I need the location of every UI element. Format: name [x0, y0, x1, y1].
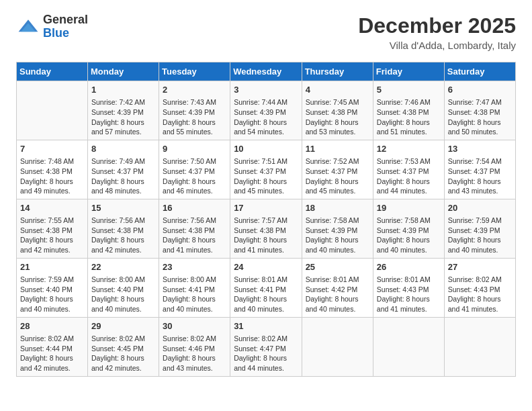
sunrise-text: Sunrise: 7:58 AM: [306, 216, 369, 226]
day-number: 26: [377, 261, 441, 273]
day-number: 23: [163, 261, 226, 273]
calendar-week-row: 21Sunrise: 7:59 AMSunset: 4:40 PMDayligh…: [17, 258, 516, 317]
calendar-cell: 11Sunrise: 7:52 AMSunset: 4:37 PMDayligh…: [302, 140, 373, 199]
sunrise-text: Sunrise: 7:42 AM: [91, 97, 155, 107]
sunrise-text: Sunrise: 7:57 AM: [234, 216, 298, 226]
daylight-text: Daylight: 8 hours and 45 minutes.: [234, 177, 298, 196]
calendar-cell: 15Sunrise: 7:56 AMSunset: 4:38 PMDayligh…: [88, 199, 159, 258]
calendar-cell: 16Sunrise: 7:56 AMSunset: 4:38 PMDayligh…: [159, 199, 230, 258]
calendar-cell: 4Sunrise: 7:45 AMSunset: 4:38 PMDaylight…: [302, 81, 373, 140]
calendar-cell: 10Sunrise: 7:51 AMSunset: 4:37 PMDayligh…: [230, 140, 302, 199]
daylight-text: Daylight: 8 hours and 41 minutes.: [377, 294, 441, 314]
day-number: 20: [448, 202, 512, 214]
calendar-cell: 28Sunrise: 8:02 AMSunset: 4:44 PMDayligh…: [17, 317, 88, 376]
sunset-text: Sunset: 4:42 PM: [306, 285, 369, 295]
daylight-text: Daylight: 8 hours and 41 minutes.: [448, 294, 512, 314]
day-number: 13: [448, 143, 512, 155]
day-number: 15: [91, 202, 155, 214]
day-info: Sunrise: 7:44 AMSunset: 4:39 PMDaylight:…: [234, 97, 298, 137]
sunset-text: Sunset: 4:38 PM: [234, 226, 298, 236]
sunrise-text: Sunrise: 8:00 AM: [91, 275, 155, 285]
calendar-cell: 1Sunrise: 7:42 AMSunset: 4:39 PMDaylight…: [88, 81, 159, 140]
day-number: 7: [20, 143, 84, 155]
sunset-text: Sunset: 4:47 PM: [234, 344, 298, 354]
daylight-text: Daylight: 8 hours and 40 minutes.: [448, 235, 512, 255]
col-header-sunday: Sunday: [17, 62, 88, 81]
day-info: Sunrise: 7:48 AMSunset: 4:38 PMDaylight:…: [20, 156, 84, 196]
daylight-text: Daylight: 8 hours and 43 minutes.: [448, 177, 512, 196]
calendar-cell: 3Sunrise: 7:44 AMSunset: 4:39 PMDaylight…: [230, 81, 302, 140]
daylight-text: Daylight: 8 hours and 50 minutes.: [448, 118, 512, 137]
sunrise-text: Sunrise: 7:56 AM: [163, 216, 226, 226]
daylight-text: Daylight: 8 hours and 55 minutes.: [163, 118, 226, 137]
col-header-friday: Friday: [373, 62, 444, 81]
daylight-text: Daylight: 8 hours and 48 minutes.: [91, 177, 155, 196]
day-number: 29: [91, 320, 155, 332]
sunrise-text: Sunrise: 7:47 AM: [448, 97, 512, 107]
sunrise-text: Sunrise: 7:51 AM: [234, 156, 298, 167]
calendar-cell: 13Sunrise: 7:54 AMSunset: 4:37 PMDayligh…: [444, 140, 515, 199]
calendar-week-row: 28Sunrise: 8:02 AMSunset: 4:44 PMDayligh…: [17, 317, 516, 376]
sunset-text: Sunset: 4:37 PM: [377, 167, 441, 177]
calendar-week-row: 7Sunrise: 7:48 AMSunset: 4:38 PMDaylight…: [17, 140, 516, 199]
daylight-text: Daylight: 8 hours and 49 minutes.: [20, 177, 84, 196]
daylight-text: Daylight: 8 hours and 41 minutes.: [163, 235, 226, 255]
day-info: Sunrise: 7:58 AMSunset: 4:39 PMDaylight:…: [377, 216, 441, 255]
sunset-text: Sunset: 4:37 PM: [234, 167, 298, 177]
calendar-cell: [444, 317, 515, 376]
day-info: Sunrise: 7:57 AMSunset: 4:38 PMDaylight:…: [234, 216, 298, 255]
day-number: 19: [377, 202, 441, 214]
daylight-text: Daylight: 8 hours and 44 minutes.: [234, 353, 298, 373]
col-header-thursday: Thursday: [302, 62, 373, 81]
day-info: Sunrise: 8:02 AMSunset: 4:43 PMDaylight:…: [448, 275, 512, 314]
sunset-text: Sunset: 4:46 PM: [163, 344, 226, 354]
col-header-saturday: Saturday: [444, 62, 515, 81]
calendar-cell: 14Sunrise: 7:55 AMSunset: 4:38 PMDayligh…: [17, 199, 88, 258]
logo-icon: [16, 15, 40, 39]
sunrise-text: Sunrise: 8:01 AM: [377, 275, 441, 285]
calendar-cell: 17Sunrise: 7:57 AMSunset: 4:38 PMDayligh…: [230, 199, 302, 258]
daylight-text: Daylight: 8 hours and 40 minutes.: [377, 235, 441, 255]
col-header-wednesday: Wednesday: [230, 62, 302, 81]
day-number: 31: [234, 320, 298, 332]
sunset-text: Sunset: 4:37 PM: [448, 167, 512, 177]
sunrise-text: Sunrise: 7:59 AM: [448, 216, 512, 226]
sunrise-text: Sunrise: 8:00 AM: [163, 275, 226, 285]
sunrise-text: Sunrise: 7:49 AM: [91, 156, 155, 167]
logo-text: General Blue: [43, 13, 88, 40]
day-number: 16: [163, 202, 226, 214]
sunrise-text: Sunrise: 7:48 AM: [20, 156, 84, 167]
daylight-text: Daylight: 8 hours and 46 minutes.: [163, 177, 226, 196]
sunrise-text: Sunrise: 7:53 AM: [377, 156, 441, 167]
day-number: 11: [306, 143, 369, 155]
day-number: 12: [377, 143, 441, 155]
day-info: Sunrise: 8:01 AMSunset: 4:42 PMDaylight:…: [306, 275, 369, 314]
daylight-text: Daylight: 8 hours and 41 minutes.: [234, 235, 298, 255]
calendar-cell: 24Sunrise: 8:01 AMSunset: 4:41 PMDayligh…: [230, 258, 302, 317]
sunrise-text: Sunrise: 7:44 AM: [234, 97, 298, 107]
sunrise-text: Sunrise: 7:52 AM: [306, 156, 369, 167]
calendar-cell: 8Sunrise: 7:49 AMSunset: 4:37 PMDaylight…: [88, 140, 159, 199]
sunrise-text: Sunrise: 8:02 AM: [234, 334, 298, 344]
daylight-text: Daylight: 8 hours and 42 minutes.: [91, 235, 155, 255]
daylight-text: Daylight: 8 hours and 43 minutes.: [163, 353, 226, 373]
day-number: 17: [234, 202, 298, 214]
day-info: Sunrise: 7:51 AMSunset: 4:37 PMDaylight:…: [234, 156, 298, 196]
logo: General Blue: [16, 13, 88, 40]
day-number: 2: [163, 84, 226, 96]
calendar-cell: 7Sunrise: 7:48 AMSunset: 4:38 PMDaylight…: [17, 140, 88, 199]
day-number: 6: [448, 84, 512, 96]
calendar-cell: 31Sunrise: 8:02 AMSunset: 4:47 PMDayligh…: [230, 317, 302, 376]
sunset-text: Sunset: 4:41 PM: [234, 285, 298, 295]
day-number: 21: [20, 261, 84, 273]
day-info: Sunrise: 8:01 AMSunset: 4:43 PMDaylight:…: [377, 275, 441, 314]
month-year: December 2025: [358, 13, 516, 38]
day-number: 30: [163, 320, 226, 332]
daylight-text: Daylight: 8 hours and 42 minutes.: [91, 353, 155, 373]
calendar-cell: 21Sunrise: 7:59 AMSunset: 4:40 PMDayligh…: [17, 258, 88, 317]
day-info: Sunrise: 7:52 AMSunset: 4:37 PMDaylight:…: [306, 156, 369, 196]
day-info: Sunrise: 8:02 AMSunset: 4:47 PMDaylight:…: [234, 334, 298, 373]
sunset-text: Sunset: 4:37 PM: [163, 167, 226, 177]
day-info: Sunrise: 7:47 AMSunset: 4:38 PMDaylight:…: [448, 97, 512, 137]
day-number: 8: [91, 143, 155, 155]
